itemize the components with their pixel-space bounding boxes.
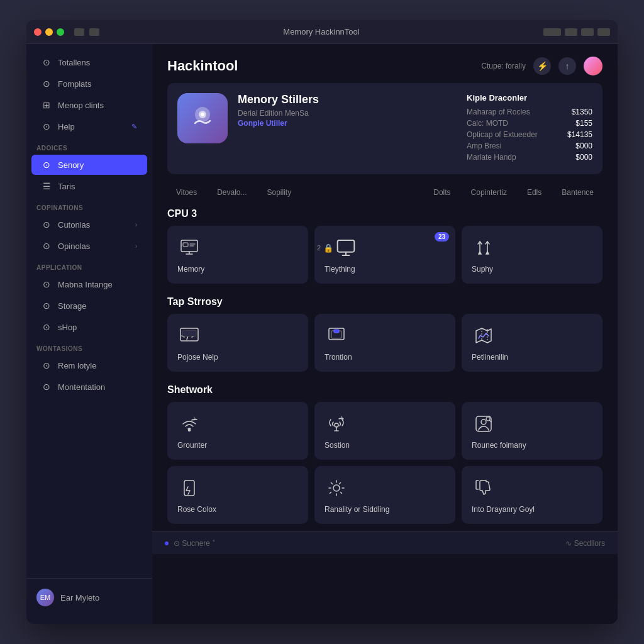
app-details-title: Kiple Draconler bbox=[467, 93, 592, 103]
tab-dolts[interactable]: Dolts bbox=[425, 184, 459, 201]
detail-row-5: Marlate Handp $000 bbox=[467, 153, 592, 162]
tool-pojose[interactable]: Pojose Nelp bbox=[167, 314, 308, 372]
tool-sostion[interactable]: Sostion bbox=[314, 402, 455, 460]
tab-devalo[interactable]: Devalo... bbox=[208, 184, 255, 201]
wifi-icon bbox=[177, 412, 201, 436]
sidebar-item-storage[interactable]: ⊙ Storage bbox=[31, 296, 147, 316]
tab-bantence[interactable]: Bantence bbox=[553, 184, 602, 201]
tb-btn1[interactable] bbox=[74, 28, 84, 36]
tool-rounec-label: Rounec foimany bbox=[472, 441, 526, 450]
status-left-text: ⊙ Sucnere ˂ bbox=[174, 539, 216, 548]
broadcast-icon bbox=[325, 412, 348, 436]
tb-btn6[interactable] bbox=[597, 28, 610, 36]
traffic-lights bbox=[34, 28, 64, 36]
tab-edls[interactable]: Edls bbox=[518, 184, 550, 201]
svg-rect-10 bbox=[334, 330, 339, 333]
tb-btn3[interactable] bbox=[543, 28, 561, 36]
svg-rect-7 bbox=[182, 330, 196, 336]
share-button[interactable]: ↑ bbox=[558, 57, 576, 75]
svg-rect-13 bbox=[476, 416, 491, 431]
sidebar-item-fomplats[interactable]: ⊙ Fomplats bbox=[31, 74, 147, 94]
thumb-down-icon bbox=[472, 476, 496, 500]
app-window: Memory HackinnTool ⊙ Totallens ⊙ Fomplat… bbox=[26, 20, 618, 624]
tool-into-drayanry[interactable]: Into Drayanry Goyl bbox=[462, 466, 602, 524]
sidebar: ⊙ Totallens ⊙ Fomplats ⊞ Menop clints ⊙ … bbox=[26, 44, 152, 624]
tool-suphy[interactable]: Suphy bbox=[462, 226, 602, 284]
svg-rect-5 bbox=[338, 240, 355, 252]
shop-icon: ⊙ bbox=[42, 322, 52, 332]
sidebar-item-taris[interactable]: ☰ Taris bbox=[31, 176, 147, 196]
close-button[interactable] bbox=[34, 28, 42, 36]
senory-icon: ⊙ bbox=[42, 160, 52, 170]
detail-value-1: $1350 bbox=[572, 108, 592, 116]
sun-icon bbox=[325, 476, 348, 500]
tb-btn5[interactable] bbox=[581, 28, 594, 36]
layers-icon: 2 🔒 bbox=[325, 236, 348, 260]
tb-btn4[interactable] bbox=[565, 28, 577, 36]
app-developer: Gonple Utiller bbox=[238, 119, 457, 128]
sidebar-item-totallens[interactable]: ⊙ Totallens bbox=[31, 52, 147, 72]
tab-copintertiz[interactable]: Copintertiz bbox=[462, 184, 516, 201]
tool-petlinenilin-label: Petlinenilin bbox=[472, 353, 508, 362]
user-item[interactable]: EM Ear Myleto bbox=[31, 584, 147, 611]
tool-trontion[interactable]: Trontion bbox=[314, 314, 455, 372]
chevron-icon: › bbox=[135, 221, 137, 228]
tool-petlinenilin[interactable]: Petlinenilin bbox=[462, 314, 602, 372]
sidebar-item-opinolas[interactable]: ⊙ Opinolas › bbox=[31, 236, 147, 256]
svg-point-2 bbox=[201, 113, 204, 116]
app-icon bbox=[177, 93, 228, 143]
tool-rounec[interactable]: Rounec foimany bbox=[462, 402, 602, 460]
grid-icon: ⊞ bbox=[42, 100, 52, 110]
tool-trontion-label: Trontion bbox=[325, 353, 352, 362]
lightning-button[interactable]: ⚡ bbox=[533, 57, 551, 75]
detail-row-4: Amp Bresi $000 bbox=[467, 142, 592, 150]
section-tap-strrosy: Tap Strrosy Pojose Nelp bbox=[152, 291, 618, 379]
tool-pojose-label: Pojose Nelp bbox=[177, 353, 218, 362]
tap-grid: Pojose Nelp Trontion bbox=[167, 314, 602, 372]
tool-rose-colox[interactable]: Rose Colox bbox=[167, 466, 308, 524]
sidebar-item-menop[interactable]: ⊞ Menop clints bbox=[31, 95, 147, 115]
minimize-button[interactable] bbox=[45, 28, 53, 36]
user-header-avatar[interactable] bbox=[584, 57, 602, 75]
main-panel: Hackintool Ctupe: forally ⚡ ↑ bbox=[152, 44, 618, 624]
tool-ranality[interactable]: Ranality or Siddling bbox=[314, 466, 455, 524]
svg-point-17 bbox=[333, 485, 340, 491]
cutonias-icon: ⊙ bbox=[42, 219, 52, 230]
sidebar-item-montentation[interactable]: ⊙ Montentation bbox=[31, 377, 147, 397]
tab-vitoes[interactable]: Vitoes bbox=[167, 184, 206, 201]
detail-row-1: Maharap of Rocles $1350 bbox=[467, 108, 592, 116]
tool-grounter[interactable]: Grounter bbox=[167, 402, 308, 460]
tool-ranality-label: Ranality or Siddling bbox=[325, 505, 389, 514]
detail-value-2: $155 bbox=[575, 119, 592, 128]
status-right-text: ∿ Secdllors bbox=[565, 539, 605, 548]
tool-tleything[interactable]: 23 2 🔒 Tleything bbox=[314, 226, 455, 284]
status-dot bbox=[165, 541, 169, 545]
app-subtitle: Derial Edition MenSa bbox=[238, 109, 457, 118]
help-icon: ⊙ bbox=[42, 121, 52, 131]
sidebar-item-mabna[interactable]: ⊙ Mabna Intange bbox=[31, 274, 147, 294]
sidebar-item-rem[interactable]: ⊙ Rem lotyle bbox=[31, 355, 147, 375]
sidebar-item-cutonias[interactable]: ⊙ Cutonias › bbox=[31, 214, 147, 235]
monitor-code-icon bbox=[177, 324, 201, 348]
detail-label-1: Maharap of Rocles bbox=[467, 108, 530, 116]
section-label-wontasions: Wontasions bbox=[26, 338, 152, 355]
sidebar-item-senory[interactable]: ⊙ Senory bbox=[31, 155, 147, 175]
detail-value-3: $14135 bbox=[567, 130, 592, 139]
layers2-icon bbox=[325, 324, 348, 348]
main-content: ⊙ Totallens ⊙ Fomplats ⊞ Menop clints ⊙ … bbox=[26, 44, 618, 624]
sidebar-item-help[interactable]: ⊙ Help ✎ bbox=[31, 116, 147, 136]
panel-header: Hackintool Ctupe: forally ⚡ ↑ bbox=[152, 44, 618, 83]
tb-btn2[interactable] bbox=[89, 28, 99, 36]
svg-point-14 bbox=[481, 419, 486, 425]
opinolas-icon: ⊙ bbox=[42, 241, 52, 251]
maximize-button[interactable] bbox=[57, 28, 64, 36]
svg-point-11 bbox=[189, 430, 191, 431]
dual-pen-icon bbox=[472, 236, 496, 260]
user-name: Ear Myleto bbox=[60, 593, 99, 602]
tool-sostion-label: Sostion bbox=[325, 441, 350, 450]
tab-sopility[interactable]: Sopility bbox=[258, 184, 301, 201]
tool-memory[interactable]: Memory bbox=[167, 226, 308, 284]
sidebar-item-shop[interactable]: ⊙ sHop bbox=[31, 317, 147, 337]
panel-title: Hackintool bbox=[167, 58, 238, 74]
tool-into-drayanry-label: Into Drayanry Goyl bbox=[472, 505, 535, 514]
